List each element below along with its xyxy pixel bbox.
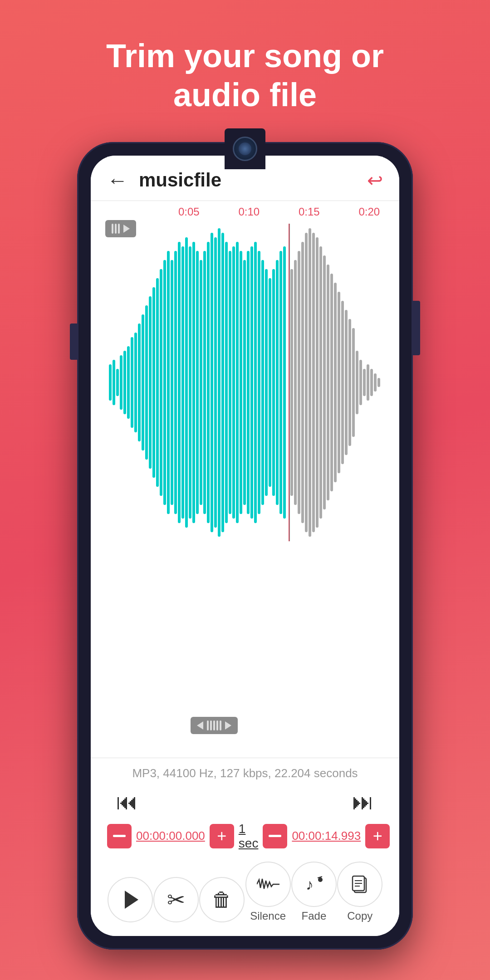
- trash-icon: 🗑: [212, 888, 232, 911]
- left-trim-handle[interactable]: [105, 220, 136, 237]
- svg-point-77: [318, 877, 323, 882]
- skip-forward-button[interactable]: ⏭: [352, 789, 374, 814]
- svg-rect-1: [113, 360, 115, 405]
- copy-icon-circle: [337, 862, 382, 907]
- play-button[interactable]: [108, 877, 153, 922]
- time-inputs-row: 00:00:00.000 1 sec 00:00:14.993: [107, 822, 383, 851]
- grip-arrow-right: [225, 721, 231, 730]
- svg-rect-32: [225, 242, 228, 523]
- svg-rect-36: [240, 251, 242, 514]
- start-time-display[interactable]: 00:00:00.000: [136, 829, 205, 843]
- headline: Trim your song or audio file: [79, 36, 411, 115]
- undo-button[interactable]: ↩: [367, 169, 383, 191]
- svg-rect-31: [221, 233, 224, 532]
- svg-rect-53: [301, 242, 304, 523]
- end-plus-button[interactable]: [365, 824, 390, 848]
- svg-rect-13: [156, 278, 159, 487]
- svg-rect-71: [367, 364, 369, 401]
- grip-line: [115, 224, 117, 234]
- svg-rect-56: [312, 233, 315, 532]
- svg-rect-12: [152, 287, 155, 478]
- svg-rect-11: [149, 296, 152, 469]
- headline-line2: audio file: [173, 77, 317, 113]
- grip-arrow: [123, 225, 130, 233]
- svg-rect-47: [279, 251, 282, 514]
- fade-icon-circle: ♪: [291, 862, 337, 907]
- silence-label: Silence: [250, 910, 286, 922]
- svg-rect-16: [167, 251, 170, 514]
- svg-rect-0: [109, 364, 112, 401]
- svg-rect-33: [229, 251, 231, 514]
- grip-line: [220, 720, 221, 730]
- grip-line: [118, 224, 120, 234]
- svg-rect-64: [341, 301, 344, 464]
- svg-rect-17: [171, 260, 173, 505]
- time-mark-20: 0:20: [339, 206, 400, 218]
- copy-document-icon: [350, 874, 370, 894]
- svg-rect-43: [265, 269, 268, 496]
- svg-rect-3: [120, 355, 122, 410]
- svg-rect-54: [305, 233, 308, 532]
- fade-button[interactable]: ♪ Fade: [291, 862, 337, 922]
- svg-rect-66: [348, 319, 351, 446]
- svg-rect-58: [319, 246, 322, 519]
- svg-rect-39: [250, 246, 253, 519]
- waveform-svg[interactable]: [104, 224, 386, 541]
- start-time-group: 00:00:00.000: [107, 824, 234, 848]
- start-minus-button[interactable]: [107, 824, 132, 848]
- time-ruler: 0:05 0:10 0:15 0:20: [91, 206, 399, 218]
- svg-rect-69: [359, 360, 362, 405]
- step-display[interactable]: 1 sec: [239, 822, 259, 851]
- svg-rect-2: [116, 369, 119, 396]
- svg-rect-34: [232, 246, 235, 519]
- side-button-left: [70, 323, 77, 360]
- camera-lens-inner: [239, 142, 251, 155]
- time-mark-15: 0:15: [279, 206, 339, 218]
- cut-button[interactable]: ✂: [153, 877, 199, 922]
- handle-grip: [112, 224, 120, 234]
- grip-line: [213, 720, 215, 730]
- svg-rect-74: [377, 378, 380, 387]
- svg-rect-70: [363, 369, 366, 396]
- grip-line: [216, 720, 218, 730]
- silence-waveform-icon: [257, 875, 279, 893]
- svg-rect-62: [334, 283, 337, 482]
- svg-rect-8: [138, 323, 141, 441]
- svg-rect-27: [207, 242, 210, 523]
- skip-back-button[interactable]: ⏮: [116, 789, 138, 814]
- end-time-display[interactable]: 00:00:14.993: [292, 829, 361, 843]
- delete-icon-circle: 🗑: [199, 877, 245, 922]
- skip-row: ⏮ ⏭: [107, 789, 383, 814]
- svg-rect-10: [145, 305, 148, 460]
- controls-area: ⏮ ⏭ 00:00:00.000 1 sec 00:00:14.993: [91, 785, 399, 936]
- grip-line: [210, 720, 212, 730]
- back-button[interactable]: ←: [107, 170, 128, 191]
- grip-arrow-left: [197, 721, 203, 730]
- svg-rect-5: [127, 346, 130, 419]
- start-plus-button[interactable]: [210, 824, 234, 848]
- svg-rect-59: [323, 255, 326, 510]
- copy-button[interactable]: Copy: [337, 862, 382, 922]
- waveform-container[interactable]: 0:05 0:10 0:15 0:20: [91, 201, 399, 758]
- svg-rect-30: [218, 228, 220, 537]
- play-icon-circle: [108, 877, 153, 922]
- silence-button[interactable]: Silence: [245, 862, 291, 922]
- svg-rect-63: [338, 292, 340, 473]
- delete-button[interactable]: 🗑: [199, 877, 245, 922]
- svg-rect-40: [254, 242, 257, 523]
- svg-rect-25: [200, 260, 202, 505]
- svg-rect-42: [261, 260, 264, 505]
- svg-rect-9: [142, 314, 144, 451]
- svg-rect-14: [160, 269, 162, 496]
- svg-rect-44: [269, 278, 271, 487]
- svg-rect-18: [174, 251, 177, 514]
- svg-rect-24: [196, 251, 199, 514]
- side-button-right: [413, 301, 420, 355]
- right-trim-handle[interactable]: [191, 717, 238, 734]
- end-minus-button[interactable]: [263, 824, 287, 848]
- svg-rect-48: [283, 246, 286, 519]
- svg-rect-23: [192, 242, 195, 523]
- end-time-group: 00:00:14.993: [263, 824, 390, 848]
- fade-music-icon: ♪: [304, 874, 324, 894]
- scissors-icon: ✂: [167, 887, 185, 912]
